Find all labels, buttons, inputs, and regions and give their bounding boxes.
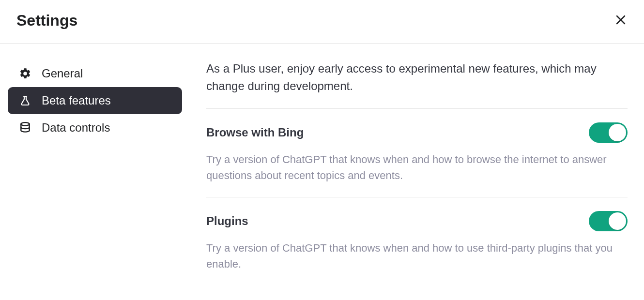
- toggle-knob: [609, 124, 626, 141]
- toggle-plugins[interactable]: [589, 211, 628, 231]
- feature-browse-with-bing: Browse with Bing Try a version of ChatGP…: [206, 122, 628, 183]
- sidebar-item-label: Data controls: [42, 121, 110, 135]
- feature-plugins: Plugins Try a version of ChatGPT that kn…: [206, 211, 628, 272]
- gear-icon: [18, 67, 32, 80]
- database-icon: [18, 121, 32, 135]
- divider: [206, 108, 628, 109]
- sidebar-item-data-controls[interactable]: Data controls: [8, 114, 182, 141]
- intro-text: As a Plus user, enjoy early access to ex…: [206, 60, 628, 95]
- close-icon: [615, 14, 627, 28]
- divider: [206, 197, 628, 197]
- sidebar-item-label: General: [42, 67, 83, 80]
- toggle-browse-with-bing[interactable]: [589, 122, 628, 143]
- sidebar-item-beta-features[interactable]: Beta features: [8, 87, 182, 114]
- feature-description: Try a version of ChatGPT that knows when…: [206, 240, 628, 272]
- feature-description: Try a version of ChatGPT that knows when…: [206, 151, 628, 183]
- sidebar-item-general[interactable]: General: [8, 60, 182, 87]
- beaker-icon: [18, 94, 32, 107]
- sidebar-item-label: Beta features: [42, 94, 111, 107]
- feature-title: Browse with Bing: [206, 126, 304, 139]
- settings-content: As a Plus user, enjoy early access to ex…: [190, 60, 644, 285]
- settings-sidebar: General Beta features Data controls: [0, 60, 190, 285]
- toggle-knob: [609, 212, 626, 230]
- feature-title: Plugins: [206, 214, 248, 228]
- page-title: Settings: [16, 12, 77, 30]
- svg-point-2: [21, 122, 29, 125]
- settings-header: Settings: [0, 0, 644, 44]
- close-button[interactable]: [614, 14, 628, 28]
